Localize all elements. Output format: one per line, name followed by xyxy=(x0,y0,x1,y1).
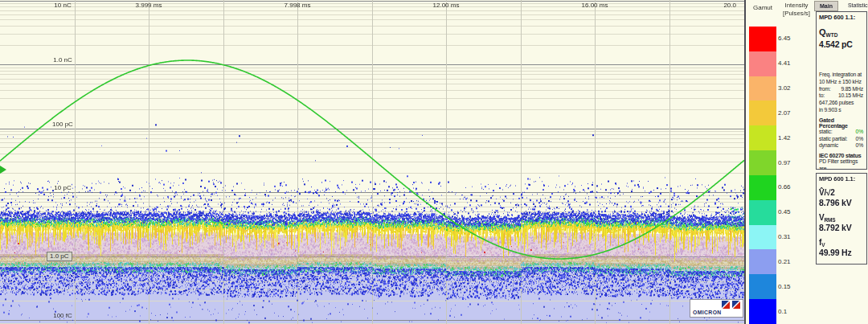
voltage-symbol: fV xyxy=(819,238,864,247)
freq-integration-line: 10 MHz ± 150 kHz xyxy=(819,79,864,86)
gamut-color-segment xyxy=(749,125,776,150)
gated-percentage-header: Gated Percentage xyxy=(819,117,864,129)
gamut-level-label: 1.42 xyxy=(778,134,805,141)
gamut-level-label: 3.02 xyxy=(778,84,805,92)
x-axis-tick-label: 16.00 ms xyxy=(582,2,608,9)
gamut-color-segment xyxy=(749,150,776,175)
x-axis-tick-label: 7.998 ms xyxy=(285,2,311,9)
gamut-level-label: 0.97 xyxy=(778,159,805,166)
gamut-level-label: 6.45 xyxy=(778,35,805,42)
tab-main[interactable]: Main xyxy=(814,1,838,11)
device-label: MPD 600 1.1: xyxy=(819,14,864,21)
voltage-value: 8.792 kV xyxy=(819,223,864,232)
y-axis-tick-label: 10 nC xyxy=(54,2,71,9)
mpd-software-screen: 3.999 ms7.998 ms12.00 ms16.00 ms20.0 10 … xyxy=(0,0,868,324)
y-axis-tick-label: 1.0 nC xyxy=(53,56,72,64)
gamut-level-label: 0.31 xyxy=(778,233,805,240)
tab-strip: Main Statistics xyxy=(814,1,868,11)
iec-status-line: PD Filter settings are xyxy=(819,158,864,170)
gamut-colorbar xyxy=(749,27,776,324)
iec-status-header: IEC 60270 status xyxy=(819,153,864,158)
voltage-symbol: VRMS xyxy=(819,213,864,222)
freq-from-row: from:9.85 MHz xyxy=(819,86,864,93)
intensity-title-line2: [Pulses/s] xyxy=(776,10,817,18)
voltage-value: 49.99 Hz xyxy=(819,248,864,257)
gamut-color-segment xyxy=(749,100,776,125)
prpd-plot-area[interactable]: 3.999 ms7.998 ms12.00 ms16.00 ms20.0 10 … xyxy=(0,0,746,324)
gamut-color-segment xyxy=(749,175,776,200)
gamut-color-segment xyxy=(749,27,776,51)
mpd-voltage-panel: MPD 600 1.1: V̂/√28.796 kVVRMS8.792 kVfV… xyxy=(816,173,867,265)
x-axis-tick-label: 12.00 ms xyxy=(433,2,460,9)
omicron-logo-text: OMICRON xyxy=(693,310,722,315)
freq-to-row: to:10.15 MHz xyxy=(819,92,864,100)
y-axis-tick-label: 100 fC xyxy=(53,312,72,319)
gamut-level-label: 0.1 xyxy=(778,308,805,315)
gated-row: static partial:0% xyxy=(819,136,864,143)
gamut-color-segment xyxy=(749,299,776,324)
omicron-logo: OMICRON xyxy=(690,299,743,318)
voltage-symbol: V̂/√2 xyxy=(819,188,864,197)
voltage-value: 8.796 kV xyxy=(819,198,864,207)
gamut-level-label: 4.41 xyxy=(778,59,805,67)
x-axis-tick-label: 20.0 xyxy=(723,2,736,9)
gated-row: dynamic0% xyxy=(819,142,864,150)
gamut-level-label: 0.21 xyxy=(778,258,805,265)
iec-status-message: PD Filter settings areoutside of thereco… xyxy=(819,158,864,170)
freq-integration-info: Freq. integration at10 MHz ± 150 kHz xyxy=(819,72,864,86)
gamut-level-label: 0.45 xyxy=(778,208,805,215)
gamut-color-segment xyxy=(749,76,776,101)
prpd-scatter-canvas xyxy=(0,0,744,324)
omicron-logo-icon xyxy=(722,301,741,310)
device-label: MPD 600 1.1: xyxy=(819,175,864,183)
gamut-color-segment xyxy=(749,200,776,225)
pulse-count: 647,266 pulses xyxy=(819,100,864,107)
qwtd-value: 4.542 pC xyxy=(819,39,864,49)
qwtd-symbol: QWTD xyxy=(819,24,864,39)
x-axis-tick-label: 3.999 ms xyxy=(136,2,162,9)
gamut-title: Gamut xyxy=(747,4,778,11)
gamut-level-label: 0.66 xyxy=(778,183,805,191)
gamut-color-segment xyxy=(749,51,776,76)
intensity-axis-title: Intensity [Pulses/s] xyxy=(776,2,817,18)
intensity-title-line1: Intensity xyxy=(776,2,817,10)
gated-percentage-rows: static:0%static partial:0%dynamic0% xyxy=(819,129,864,150)
noise-floor-label[interactable]: 1.0 pC xyxy=(47,252,72,261)
gamut-color-segment xyxy=(749,249,776,274)
voltage-readings: V̂/√28.796 kVVRMS8.792 kVfV49.99 Hz xyxy=(819,188,864,257)
gated-row: static:0% xyxy=(819,129,864,136)
gamut-color-segment xyxy=(749,225,776,250)
gamut-level-label: 0.15 xyxy=(778,283,805,290)
y-axis-tick-label: 100 pC xyxy=(52,121,73,128)
voltage-zero-marker-icon[interactable] xyxy=(0,166,6,174)
y-axis-tick-label: 10 pC xyxy=(54,184,71,191)
gamut-color-segment xyxy=(749,274,776,299)
freq-integration-line: Freq. integration at xyxy=(819,72,864,79)
tab-statistics[interactable]: Statistics xyxy=(843,1,868,11)
mpd-charge-panel: MPD 600 1.1: QWTD 4.542 pC Freq. integra… xyxy=(816,11,867,170)
acquisition-time: in 9.903 s xyxy=(819,107,864,114)
gamut-level-label: 2.07 xyxy=(778,109,805,117)
